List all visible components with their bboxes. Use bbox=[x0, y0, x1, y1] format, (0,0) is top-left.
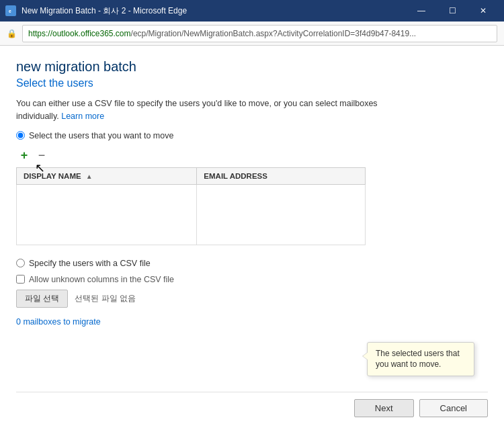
checkbox-unknown-columns-input[interactable] bbox=[16, 275, 25, 284]
description: You can either use a CSV file to specify… bbox=[16, 97, 488, 123]
tooltip-text: The selected users that you want to move… bbox=[376, 349, 460, 370]
main-content: new migration batch Select the users You… bbox=[0, 46, 504, 428]
table-tooltip-container: DISPLAY NAME ▲ EMAIL ADDRESS The selecte… bbox=[16, 167, 488, 256]
remove-user-button[interactable]: − bbox=[34, 147, 50, 163]
file-select-button[interactable]: 파일 선택 bbox=[16, 290, 68, 308]
column-email-address: EMAIL ADDRESS bbox=[197, 167, 366, 184]
svg-text:e: e bbox=[9, 9, 11, 13]
radio-csv-label: Specify the users with a CSV file bbox=[29, 259, 151, 268]
edge-icon: e bbox=[5, 5, 16, 16]
mailbox-count: 0 mailboxes to migrate bbox=[16, 317, 488, 327]
add-user-button[interactable]: + bbox=[16, 147, 32, 163]
radio-select-users: Select the users that you want to move bbox=[16, 131, 488, 140]
url-path: /ecp/Migration/NewMigrationBatch.aspx?Ac… bbox=[131, 29, 417, 38]
maximize-button[interactable]: ☐ bbox=[437, 0, 468, 22]
tooltip: The selected users that you want to move… bbox=[367, 342, 474, 377]
close-button[interactable]: ✕ bbox=[468, 0, 499, 22]
bottom-bar: Next Cancel bbox=[16, 392, 488, 417]
page-title: new migration batch bbox=[16, 59, 488, 75]
description-text-1: You can either use a CSV file to specify… bbox=[16, 99, 378, 108]
minimize-button[interactable]: — bbox=[406, 0, 437, 22]
learn-more-link[interactable]: Learn more bbox=[61, 112, 104, 121]
column-display-name: DISPLAY NAME ▲ bbox=[17, 167, 197, 184]
radio-select-users-input[interactable] bbox=[16, 131, 25, 140]
titlebar-controls: — ☐ ✕ bbox=[406, 0, 499, 22]
lock-icon: 🔒 bbox=[7, 29, 17, 38]
sort-icon: ▲ bbox=[86, 173, 93, 180]
file-select-row: 파일 선택 선택된 파일 없음 bbox=[16, 290, 488, 308]
window-title: New Migration Batch - 회사 2 - Microsoft E… bbox=[22, 5, 187, 17]
checkbox-unknown-columns: Allow unknown columns in the CSV file bbox=[16, 275, 488, 284]
addressbar: 🔒 https://outlook.office365.com /ecp/Mig… bbox=[0, 22, 504, 46]
table-empty-row bbox=[17, 184, 366, 245]
checkbox-unknown-columns-label: Allow unknown columns in the CSV file bbox=[29, 275, 174, 284]
toolbar: + − ↖ bbox=[16, 147, 488, 163]
url-domain: https://outlook.office365.com bbox=[28, 29, 131, 38]
titlebar: e New Migration Batch - 회사 2 - Microsoft… bbox=[0, 0, 504, 22]
radio-csv-input[interactable] bbox=[16, 259, 25, 267]
csv-section: Specify the users with a CSV file Allow … bbox=[16, 259, 488, 317]
users-table: DISPLAY NAME ▲ EMAIL ADDRESS bbox=[16, 167, 366, 245]
file-status-label: 선택된 파일 없음 bbox=[75, 293, 136, 304]
radio-select-users-label: Select the users that you want to move bbox=[29, 131, 173, 140]
titlebar-left: e New Migration Batch - 회사 2 - Microsoft… bbox=[5, 5, 187, 17]
address-url-field[interactable]: https://outlook.office365.com /ecp/Migra… bbox=[22, 25, 497, 42]
description-text-2: individually. bbox=[16, 112, 59, 121]
section-title: Select the users bbox=[16, 77, 488, 89]
next-button[interactable]: Next bbox=[354, 399, 414, 417]
cancel-button[interactable]: Cancel bbox=[419, 399, 488, 417]
radio-csv-option: Specify the users with a CSV file bbox=[16, 259, 488, 268]
